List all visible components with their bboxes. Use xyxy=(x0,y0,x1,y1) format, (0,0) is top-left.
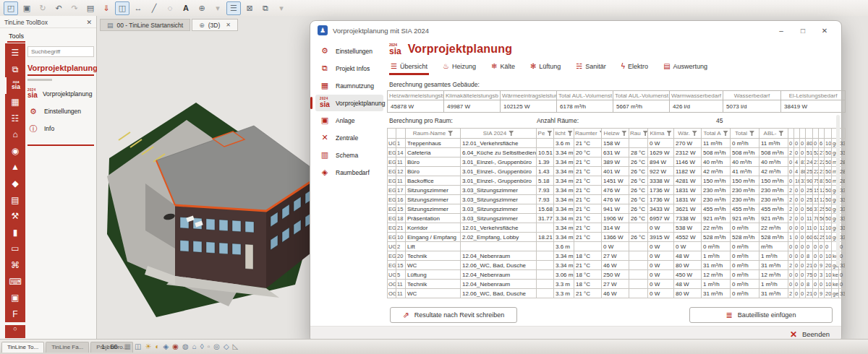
cell[interactable]: EG xyxy=(388,251,396,261)
cell[interactable]: 21 xyxy=(813,157,819,167)
sidebar-item-projekt-infos[interactable]: ⧉Projekt Infos xyxy=(315,60,383,77)
reveal-icon[interactable]: ▫ xyxy=(208,343,210,350)
cell[interactable]: 62 xyxy=(813,233,819,242)
cell[interactable]: 150 m³/h xyxy=(731,176,760,186)
cell[interactable]: 21 °C xyxy=(574,195,602,204)
cell[interactable]: 0 xyxy=(813,289,819,298)
cell[interactable]: 0 xyxy=(794,251,800,261)
cell[interactable] xyxy=(537,139,554,148)
saw-icon[interactable]: ▤ xyxy=(5,191,25,208)
cell[interactable]: 0 xyxy=(800,251,806,261)
cell[interactable]: 26 °C xyxy=(629,204,648,214)
cell[interactable]: 3.01_Einzel-, Gruppenbüro xyxy=(461,176,537,186)
cell[interactable]: 86 xyxy=(800,167,806,176)
cell[interactable]: Büro xyxy=(406,157,461,167)
cell[interactable]: 0 xyxy=(800,270,806,280)
cell[interactable]: 0 xyxy=(825,242,832,251)
cell[interactable]: Sitzungszimmer xyxy=(406,186,461,195)
transfer-icon[interactable]: ◫ xyxy=(115,1,129,15)
cell[interactable]: 0 W xyxy=(648,251,674,261)
table-row[interactable]: EG15WC12.06_WC, Bad, Dusche3.34 m21 °C46… xyxy=(388,261,846,270)
cell[interactable] xyxy=(629,139,648,148)
cell[interactable]: 31 m³/h xyxy=(760,261,788,270)
cell[interactable] xyxy=(629,261,648,270)
cell[interactable]: 922 W xyxy=(648,167,674,176)
cell[interactable]: 230 m³/h xyxy=(731,195,760,204)
cell[interactable]: 21 °C xyxy=(574,139,602,148)
cell[interactable]: 3.03_Sitzungszimmer xyxy=(461,204,537,214)
column-header-empty[interactable] xyxy=(788,129,794,139)
cell[interactable]: 18 °C xyxy=(574,251,602,261)
sidebar-item-anlage[interactable]: ▣Anlage xyxy=(315,112,383,129)
cell[interactable]: 16 xyxy=(794,176,800,186)
truck-icon[interactable]: ▣ xyxy=(5,290,25,306)
tab-sanitaer[interactable]: ☵Sanitär xyxy=(574,63,608,75)
maximize-button[interactable]: □ xyxy=(792,22,814,38)
table-row[interactable]: EG17Sitzungszimmer3.03_Sitzungszimmer7.9… xyxy=(388,186,846,195)
cell[interactable]: 7.93 xyxy=(537,186,554,195)
cell[interactable]: 2 xyxy=(788,214,794,223)
cell[interactable]: 80 W xyxy=(674,289,702,298)
cell[interactable]: 2 xyxy=(396,242,406,251)
cell[interactable]: 5 xyxy=(396,270,406,280)
cell[interactable]: 41 m³/h xyxy=(731,167,760,176)
cell[interactable]: 5.18 xyxy=(537,176,554,186)
cell[interactable]: 0 xyxy=(800,204,806,214)
cell[interactable]: 1629 W xyxy=(648,148,674,157)
cell[interactable]: 0 xyxy=(788,242,794,251)
cell[interactable]: 0 xyxy=(813,242,819,251)
cell[interactable]: 50 xyxy=(825,214,832,223)
column-header-empty[interactable] xyxy=(794,129,800,139)
cell[interactable]: 21 xyxy=(819,167,825,176)
cell[interactable]: 0 xyxy=(788,139,794,148)
close-button[interactable]: ✕ xyxy=(814,22,835,38)
cell[interactable]: 1736 W xyxy=(648,186,674,195)
dock-tab[interactable]: TinLine Fa... xyxy=(46,342,89,353)
cell[interactable]: 50 xyxy=(825,167,832,176)
cell[interactable]: 7338 W xyxy=(674,214,702,223)
cell[interactable]: 3338 W xyxy=(648,176,674,186)
cell[interactable]: 3.03_Sitzungszimmer xyxy=(461,186,537,195)
open-icon[interactable]: ◰ xyxy=(4,1,18,15)
sidebar-item-schema[interactable]: ▥Schema xyxy=(315,147,383,163)
table-row[interactable]: EG11Büro3.01_Einzel-, Gruppenbüro1.393.3… xyxy=(388,157,846,167)
cell[interactable]: 0 xyxy=(800,139,806,148)
cell[interactable]: 3.34 m xyxy=(554,233,574,242)
cell[interactable]: 0 m³/h xyxy=(731,270,760,280)
column-header[interactable]: Total A xyxy=(702,129,731,139)
table-row[interactable]: EG14Cafeteria6.04_Küche zu Selbstbedienu… xyxy=(388,148,846,157)
cell[interactable]: 12.06_WC, Bad, Dusche xyxy=(461,261,537,270)
cell[interactable]: 21 °C xyxy=(574,261,602,270)
table-row[interactable]: EG15Sitzungszimmer3.03_Sitzungszimmer15.… xyxy=(388,204,846,214)
toolbox-item-vorprojektplanung[interactable]: 2024siaVorprojektplanung xyxy=(27,85,94,103)
table-row[interactable]: EG12Büro3.01_Einzel-, Gruppenbüro1.433.3… xyxy=(388,167,846,176)
cell[interactable]: 0 xyxy=(800,214,806,223)
cell[interactable]: ke xyxy=(832,280,839,289)
cell[interactable]: 631 W xyxy=(602,148,629,157)
cell[interactable]: 3.34 m xyxy=(554,204,574,214)
table-row[interactable]: EG21Korridor12.01_Verkehrsfläche3.34 m21… xyxy=(388,223,846,233)
cell[interactable]: 0 W xyxy=(648,261,674,270)
cell[interactable]: 3.34 m xyxy=(554,157,574,167)
cell[interactable]: Lüftung xyxy=(406,270,461,280)
cell[interactable]: 3.34 m xyxy=(554,176,574,186)
cell[interactable]: 1736 W xyxy=(648,195,674,204)
cell[interactable]: 0 xyxy=(800,233,806,242)
cell[interactable]: 22 m³/h xyxy=(702,223,731,233)
cell[interactable]: 1831 W xyxy=(674,195,702,204)
cell[interactable]: 48 W xyxy=(674,280,702,289)
cell[interactable]: 3.01_Einzel-, Gruppenbüro xyxy=(461,157,537,167)
cell[interactable]: 15 xyxy=(396,261,406,270)
shadows-icon[interactable]: ◐ xyxy=(155,343,159,350)
cell[interactable]: 40 m³/h xyxy=(702,157,731,167)
cell[interactable]: 31 m³/h xyxy=(702,261,731,270)
cell[interactable]: 0 xyxy=(788,270,794,280)
cell[interactable] xyxy=(629,270,648,280)
cell[interactable]: 4281 W xyxy=(674,176,702,186)
cell[interactable]: 12 xyxy=(819,195,825,204)
cell[interactable]: 2 xyxy=(788,289,794,298)
cell[interactable]: 20 °C xyxy=(574,148,602,157)
cell[interactable]: 76 xyxy=(813,214,819,223)
cell[interactable]: 3.34 m xyxy=(554,186,574,195)
cell[interactable]: 158 W xyxy=(602,139,629,148)
